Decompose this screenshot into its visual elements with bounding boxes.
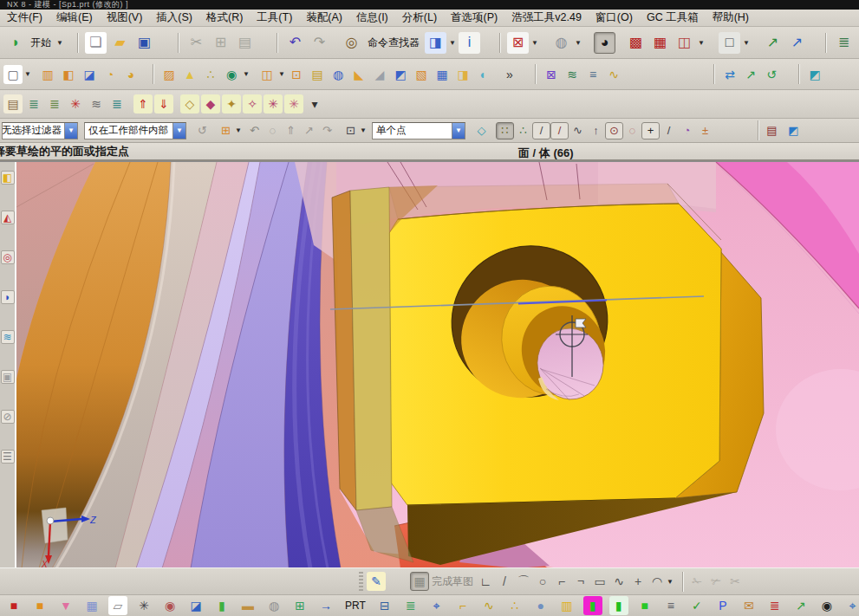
viewport-3d-scene[interactable]: Z X (16, 162, 859, 568)
white-plane-tool[interactable]: ▱ (108, 596, 127, 615)
side-tool-8[interactable]: ☰ (1, 450, 15, 464)
rectangle-button[interactable]: ▭ (590, 572, 609, 591)
section-z-button[interactable]: ◫ (674, 32, 695, 54)
layer-stack-button-2[interactable]: ≣ (45, 94, 64, 113)
pin-list-tool[interactable]: ≣ (765, 596, 784, 615)
yellow-stack-tool[interactable]: ▥ (557, 596, 576, 615)
shape-button[interactable]: ◠ (648, 572, 667, 591)
clipboard-button[interactable]: ▤ (3, 94, 23, 113)
snap-intersection-button[interactable]: + (641, 122, 660, 139)
snap-cluster-button[interactable]: ∴ (514, 122, 532, 139)
datum-plane-button-4[interactable]: ✧ (243, 94, 262, 113)
connector-tool[interactable]: ⌐ (453, 596, 472, 615)
snap-pole-button[interactable]: ↑ (587, 122, 605, 139)
linked-body-button-dropdown-arrow[interactable]: ▼ (278, 70, 285, 78)
emboss-button[interactable]: ▨ (159, 65, 179, 84)
lamp-button[interactable]: ▲ (180, 65, 199, 84)
selection-scope-dropdown[interactable]: 仅在工作部件内部 ▼ (84, 122, 186, 139)
rainbow-tool[interactable]: ▮ (212, 596, 231, 615)
magenta-panel-tool[interactable]: ▮ (583, 596, 602, 615)
datum-plane-button-5[interactable]: ✳ (264, 94, 283, 113)
probe-tool[interactable]: ⌖ (843, 596, 859, 615)
prt-export-tool[interactable]: → (316, 596, 335, 615)
menu-7[interactable]: 装配(A) (299, 9, 349, 27)
forward-select-button[interactable]: ↗ (300, 122, 318, 139)
patch-button[interactable]: ◨ (453, 65, 472, 84)
orange-box-tool[interactable]: ■ (30, 596, 49, 615)
undo-button[interactable]: ↶ (284, 32, 306, 54)
snap-midpoint-button[interactable]: / (550, 122, 569, 139)
pin-tool[interactable]: ⌖ (427, 596, 446, 615)
quick-trim-button[interactable]: ✁ (687, 572, 706, 591)
snap-spline-button[interactable]: ∿ (569, 122, 587, 139)
command-finder-button[interactable]: ◎ (341, 32, 362, 54)
window-layout-button-dropdown-arrow[interactable]: ▼ (531, 39, 538, 47)
layer-stack-button-1[interactable]: ≣ (24, 94, 43, 113)
menu-2[interactable]: 编辑(E) (49, 9, 100, 27)
select-scope-button-dropdown-arrow[interactable]: ▼ (235, 126, 242, 134)
menu-3[interactable]: 视图(V) (100, 9, 150, 27)
background-button[interactable]: □ (719, 32, 740, 54)
blue-wedge-tool[interactable]: ◪ (186, 596, 205, 615)
chamfer-button[interactable]: ¬ (571, 572, 590, 591)
linked-body-button[interactable]: ◫ (257, 65, 277, 84)
selection-scope-arrow-icon[interactable]: ▼ (172, 123, 185, 139)
cubes-tool[interactable]: ⊞ (290, 596, 309, 615)
layer-visible-button[interactable]: ≋ (563, 65, 582, 84)
start-button-dropdown-arrow[interactable]: ▼ (56, 39, 63, 47)
make-corner-button[interactable]: ✂ (726, 572, 745, 591)
display-mode-button-dropdown-arrow[interactable]: ▼ (24, 70, 31, 78)
section-z-button-dropdown-arrow[interactable]: ▼ (698, 39, 705, 47)
part-navigator-tool[interactable]: ⊟ (375, 596, 394, 615)
block-corner-button[interactable]: ◣ (349, 65, 368, 84)
toolbar-handle[interactable] (359, 572, 363, 591)
command-finder-button-label[interactable]: 命令查找器 (368, 36, 420, 50)
xform-tool[interactable]: ✳ (134, 596, 153, 615)
graphics-viewport[interactable]: ◧◭◎◗≋▣⊘☰ (0, 161, 859, 567)
pocket-button[interactable]: ◔ (101, 65, 120, 84)
cylinder-tool[interactable]: ● (531, 596, 550, 615)
grid-plane-tool[interactable]: ▦ (82, 596, 101, 615)
line-button[interactable]: / (495, 572, 514, 591)
layer-cross-button[interactable]: ✳ (66, 94, 85, 113)
studio-spline-button[interactable]: ∿ (609, 572, 628, 591)
menu-13[interactable]: GC 工具箱 (640, 9, 706, 27)
move-layer-down-button[interactable]: ⇓ (154, 94, 173, 113)
open-in-window-button[interactable]: ↗ (762, 32, 784, 54)
menu-12[interactable]: 窗口(O) (589, 9, 640, 27)
menu-1[interactable]: 文件(F) (0, 9, 49, 27)
menu-6[interactable]: 工具(T) (250, 9, 299, 27)
up-select-button[interactable]: ⇑ (282, 122, 300, 139)
panda-tool[interactable]: ◉ (817, 596, 836, 615)
menu-9[interactable]: 分析(L) (395, 9, 444, 27)
envelope-tool[interactable]: ✉ (739, 596, 758, 615)
sew-button[interactable]: ▦ (433, 65, 452, 84)
quick-extend-button[interactable]: ✃ (706, 572, 726, 591)
shaded-view-button[interactable]: ◍ (550, 32, 572, 54)
side-tool-3[interactable]: ◎ (1, 250, 15, 264)
snap-book-button[interactable]: ▤ (763, 122, 781, 139)
shell-left-front[interactable] (350, 187, 392, 510)
section-y-button[interactable]: ▦ (649, 32, 671, 54)
start-button-label[interactable]: 开始 (30, 36, 51, 50)
datum-plane-button-2[interactable]: ◆ (201, 94, 220, 113)
dome-button[interactable]: ◕ (121, 65, 140, 84)
thicken-button[interactable]: ▧ (412, 65, 431, 84)
datum-plane-button-6[interactable]: ✳ (284, 94, 303, 113)
open-button[interactable]: ▰ (109, 32, 131, 54)
snap-point-on-curve-button[interactable]: / (660, 122, 678, 139)
reverse-selection-button[interactable]: ↶ (245, 122, 264, 139)
compass-tool[interactable]: ◉ (160, 596, 179, 615)
snap-face-button[interactable]: ◔ (678, 122, 696, 139)
layer-search-button[interactable]: ≋ (87, 94, 106, 113)
layer-tool[interactable]: ≣ (401, 596, 420, 615)
section-x-button[interactable]: ▩ (625, 32, 647, 54)
assembly-cube-button-dropdown-arrow[interactable]: ▼ (449, 39, 456, 47)
move-component-button[interactable]: ∿ (604, 65, 623, 84)
snap-quadrant-button[interactable]: ◌ (623, 122, 641, 139)
shape-button-dropdown-arrow[interactable]: ▼ (667, 578, 674, 586)
snap-cube-button[interactable]: ◩ (784, 122, 803, 139)
layer-list-button[interactable]: ≣ (833, 32, 855, 54)
sketch-task-icon[interactable]: ✎ (367, 572, 386, 591)
datum-plane-button-1[interactable]: ◇ (180, 94, 199, 113)
